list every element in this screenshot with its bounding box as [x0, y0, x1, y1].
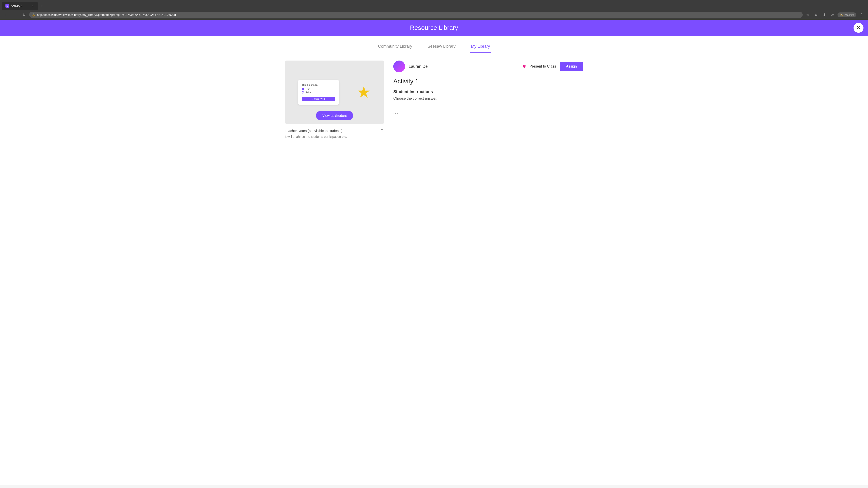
- radio-true: [302, 88, 304, 90]
- preview-panel: This is a shape. True False ✓ Check Work…: [285, 61, 384, 138]
- app-container: Resource Library ✕ Community Library See…: [0, 20, 868, 485]
- tab-title: Activity 1: [11, 4, 23, 8]
- activity-title: Activity 1: [393, 78, 583, 85]
- teacher-notes-title: Teacher Notes (not visible to students): [285, 129, 342, 133]
- resource-header: Resource Library ✕: [0, 20, 868, 36]
- quiz-card: This is a shape. True False ✓ Check Work: [298, 80, 339, 105]
- author-name: Lauren Deli: [409, 64, 430, 69]
- browser-tab[interactable]: S Activity 1 ×: [2, 2, 38, 10]
- cast-button[interactable]: ▱: [829, 12, 836, 18]
- teacher-notes-text: It will enahnce the students participati…: [285, 135, 384, 138]
- url-input[interactable]: [37, 13, 800, 17]
- present-to-class-button[interactable]: Present to Class: [530, 64, 556, 68]
- close-button[interactable]: ✕: [854, 23, 864, 33]
- notes-icon: 🗒: [380, 128, 384, 133]
- author-avatar-image: [393, 61, 405, 72]
- teacher-notes-header: Teacher Notes (not visible to students) …: [285, 128, 384, 133]
- menu-button[interactable]: ⋮: [858, 12, 865, 18]
- radio-false: [302, 91, 304, 94]
- favorite-button[interactable]: ♥: [522, 63, 526, 70]
- library-tabs: Community Library Seesaw Library My Libr…: [0, 36, 868, 53]
- bookmark-button[interactable]: ☆: [804, 12, 811, 18]
- tab-close-button[interactable]: ×: [31, 4, 34, 8]
- star-decoration: ★: [357, 83, 371, 101]
- nav-bar: ← → ↻ 🔒 ☆ ⧉ ⬇ ▱ 🕵 Incognito ⋮: [0, 10, 868, 20]
- student-instructions-text: Choose the correct answer.: [393, 96, 583, 101]
- browser-chrome: S Activity 1 × + ← → ↻ 🔒 ☆ ⧉ ⬇ ▱ 🕵 Incog…: [0, 0, 868, 20]
- student-instructions-label: Student Instructions: [393, 90, 583, 94]
- details-panel: Lauren Deli ♥ Present to Class Assign Ac…: [393, 61, 583, 138]
- extensions-button[interactable]: ⧉: [813, 12, 819, 18]
- teacher-notes: Teacher Notes (not visible to students) …: [285, 128, 384, 138]
- lock-icon: 🔒: [32, 13, 35, 17]
- tab-seesaw-library[interactable]: Seesaw Library: [427, 41, 456, 53]
- activity-preview: This is a shape. True False ✓ Check Work…: [285, 61, 384, 124]
- nav-actions: ☆ ⧉ ⬇ ▱ 🕵 Incognito ⋮: [804, 12, 865, 18]
- option-true-label: True: [305, 88, 310, 90]
- quiz-option-true: True: [302, 88, 335, 90]
- incognito-badge: 🕵 Incognito: [837, 12, 856, 17]
- reload-button[interactable]: ↻: [21, 12, 27, 18]
- author-row: Lauren Deli ♥ Present to Class Assign: [393, 61, 583, 72]
- tab-my-library[interactable]: My Library: [470, 41, 491, 53]
- new-tab-button[interactable]: +: [39, 3, 45, 9]
- view-as-student-button[interactable]: View as Student: [316, 111, 353, 120]
- page-title: Resource Library: [4, 24, 864, 31]
- content-area: This is a shape. True False ✓ Check Work…: [276, 53, 592, 146]
- assign-button[interactable]: Assign: [560, 62, 583, 71]
- tab-bar: S Activity 1 × +: [0, 0, 868, 10]
- option-false-label: False: [305, 91, 311, 94]
- action-buttons: ♥ Present to Class Assign: [522, 62, 583, 71]
- forward-button[interactable]: →: [12, 12, 19, 18]
- address-bar[interactable]: 🔒: [29, 12, 803, 18]
- check-work-button[interactable]: ✓ Check Work: [302, 97, 335, 101]
- quiz-option-false: False: [302, 91, 335, 94]
- preview-content: This is a shape. True False ✓ Check Work…: [285, 75, 384, 109]
- quiz-question: This is a shape.: [302, 84, 335, 86]
- tab-favicon: S: [5, 4, 9, 8]
- back-button[interactable]: ←: [3, 12, 10, 18]
- download-button[interactable]: ⬇: [821, 12, 828, 18]
- author-avatar: [393, 61, 405, 72]
- tab-community-library[interactable]: Community Library: [377, 41, 413, 53]
- more-options-button[interactable]: ...: [393, 109, 583, 115]
